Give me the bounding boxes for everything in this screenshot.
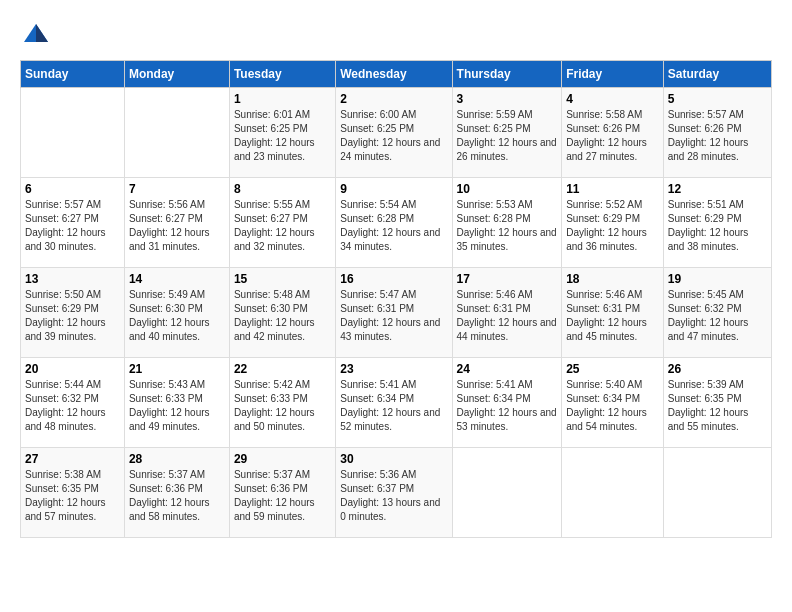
col-header-tuesday: Tuesday bbox=[229, 61, 335, 88]
day-number: 29 bbox=[234, 452, 331, 466]
day-number: 13 bbox=[25, 272, 120, 286]
day-info: Sunrise: 5:37 AMSunset: 6:36 PMDaylight:… bbox=[234, 468, 331, 524]
calendar-cell: 29Sunrise: 5:37 AMSunset: 6:36 PMDayligh… bbox=[229, 448, 335, 538]
day-info: Sunrise: 6:00 AMSunset: 6:25 PMDaylight:… bbox=[340, 108, 447, 164]
week-row-3: 13Sunrise: 5:50 AMSunset: 6:29 PMDayligh… bbox=[21, 268, 772, 358]
day-info: Sunrise: 5:45 AMSunset: 6:32 PMDaylight:… bbox=[668, 288, 767, 344]
day-number: 1 bbox=[234, 92, 331, 106]
week-row-5: 27Sunrise: 5:38 AMSunset: 6:35 PMDayligh… bbox=[21, 448, 772, 538]
day-number: 5 bbox=[668, 92, 767, 106]
day-info: Sunrise: 5:53 AMSunset: 6:28 PMDaylight:… bbox=[457, 198, 558, 254]
day-info: Sunrise: 5:57 AMSunset: 6:26 PMDaylight:… bbox=[668, 108, 767, 164]
day-info: Sunrise: 5:49 AMSunset: 6:30 PMDaylight:… bbox=[129, 288, 225, 344]
day-number: 12 bbox=[668, 182, 767, 196]
calendar-cell: 21Sunrise: 5:43 AMSunset: 6:33 PMDayligh… bbox=[124, 358, 229, 448]
week-row-4: 20Sunrise: 5:44 AMSunset: 6:32 PMDayligh… bbox=[21, 358, 772, 448]
day-info: Sunrise: 5:46 AMSunset: 6:31 PMDaylight:… bbox=[566, 288, 659, 344]
day-number: 25 bbox=[566, 362, 659, 376]
day-info: Sunrise: 5:42 AMSunset: 6:33 PMDaylight:… bbox=[234, 378, 331, 434]
calendar-cell: 16Sunrise: 5:47 AMSunset: 6:31 PMDayligh… bbox=[336, 268, 452, 358]
col-header-thursday: Thursday bbox=[452, 61, 562, 88]
day-info: Sunrise: 5:40 AMSunset: 6:34 PMDaylight:… bbox=[566, 378, 659, 434]
day-number: 27 bbox=[25, 452, 120, 466]
day-number: 23 bbox=[340, 362, 447, 376]
col-header-friday: Friday bbox=[562, 61, 664, 88]
day-info: Sunrise: 5:43 AMSunset: 6:33 PMDaylight:… bbox=[129, 378, 225, 434]
day-info: Sunrise: 5:41 AMSunset: 6:34 PMDaylight:… bbox=[340, 378, 447, 434]
day-info: Sunrise: 5:38 AMSunset: 6:35 PMDaylight:… bbox=[25, 468, 120, 524]
day-number: 22 bbox=[234, 362, 331, 376]
calendar-cell: 10Sunrise: 5:53 AMSunset: 6:28 PMDayligh… bbox=[452, 178, 562, 268]
day-info: Sunrise: 5:55 AMSunset: 6:27 PMDaylight:… bbox=[234, 198, 331, 254]
day-number: 24 bbox=[457, 362, 558, 376]
calendar-cell: 15Sunrise: 5:48 AMSunset: 6:30 PMDayligh… bbox=[229, 268, 335, 358]
week-row-2: 6Sunrise: 5:57 AMSunset: 6:27 PMDaylight… bbox=[21, 178, 772, 268]
day-number: 28 bbox=[129, 452, 225, 466]
day-number: 3 bbox=[457, 92, 558, 106]
calendar-cell: 11Sunrise: 5:52 AMSunset: 6:29 PMDayligh… bbox=[562, 178, 664, 268]
calendar-cell: 23Sunrise: 5:41 AMSunset: 6:34 PMDayligh… bbox=[336, 358, 452, 448]
day-number: 14 bbox=[129, 272, 225, 286]
calendar-cell: 4Sunrise: 5:58 AMSunset: 6:26 PMDaylight… bbox=[562, 88, 664, 178]
day-info: Sunrise: 5:50 AMSunset: 6:29 PMDaylight:… bbox=[25, 288, 120, 344]
logo bbox=[20, 20, 50, 50]
calendar-cell: 26Sunrise: 5:39 AMSunset: 6:35 PMDayligh… bbox=[663, 358, 771, 448]
calendar-cell: 28Sunrise: 5:37 AMSunset: 6:36 PMDayligh… bbox=[124, 448, 229, 538]
calendar-cell bbox=[663, 448, 771, 538]
day-number: 4 bbox=[566, 92, 659, 106]
day-number: 17 bbox=[457, 272, 558, 286]
day-info: Sunrise: 5:59 AMSunset: 6:25 PMDaylight:… bbox=[457, 108, 558, 164]
day-number: 20 bbox=[25, 362, 120, 376]
calendar-cell: 12Sunrise: 5:51 AMSunset: 6:29 PMDayligh… bbox=[663, 178, 771, 268]
col-header-wednesday: Wednesday bbox=[336, 61, 452, 88]
day-number: 15 bbox=[234, 272, 331, 286]
calendar-cell: 18Sunrise: 5:46 AMSunset: 6:31 PMDayligh… bbox=[562, 268, 664, 358]
day-number: 6 bbox=[25, 182, 120, 196]
calendar-cell: 14Sunrise: 5:49 AMSunset: 6:30 PMDayligh… bbox=[124, 268, 229, 358]
day-info: Sunrise: 5:46 AMSunset: 6:31 PMDaylight:… bbox=[457, 288, 558, 344]
day-number: 10 bbox=[457, 182, 558, 196]
calendar-cell: 3Sunrise: 5:59 AMSunset: 6:25 PMDaylight… bbox=[452, 88, 562, 178]
calendar-cell: 27Sunrise: 5:38 AMSunset: 6:35 PMDayligh… bbox=[21, 448, 125, 538]
calendar-cell: 5Sunrise: 5:57 AMSunset: 6:26 PMDaylight… bbox=[663, 88, 771, 178]
day-info: Sunrise: 5:57 AMSunset: 6:27 PMDaylight:… bbox=[25, 198, 120, 254]
day-info: Sunrise: 5:48 AMSunset: 6:30 PMDaylight:… bbox=[234, 288, 331, 344]
calendar-cell: 1Sunrise: 6:01 AMSunset: 6:25 PMDaylight… bbox=[229, 88, 335, 178]
calendar-cell: 19Sunrise: 5:45 AMSunset: 6:32 PMDayligh… bbox=[663, 268, 771, 358]
day-info: Sunrise: 5:39 AMSunset: 6:35 PMDaylight:… bbox=[668, 378, 767, 434]
day-number: 16 bbox=[340, 272, 447, 286]
day-info: Sunrise: 5:52 AMSunset: 6:29 PMDaylight:… bbox=[566, 198, 659, 254]
day-info: Sunrise: 5:37 AMSunset: 6:36 PMDaylight:… bbox=[129, 468, 225, 524]
day-number: 2 bbox=[340, 92, 447, 106]
calendar-cell bbox=[452, 448, 562, 538]
day-number: 19 bbox=[668, 272, 767, 286]
day-info: Sunrise: 6:01 AMSunset: 6:25 PMDaylight:… bbox=[234, 108, 331, 164]
calendar-cell: 6Sunrise: 5:57 AMSunset: 6:27 PMDaylight… bbox=[21, 178, 125, 268]
calendar-header: SundayMondayTuesdayWednesdayThursdayFrid… bbox=[21, 61, 772, 88]
day-number: 21 bbox=[129, 362, 225, 376]
day-info: Sunrise: 5:56 AMSunset: 6:27 PMDaylight:… bbox=[129, 198, 225, 254]
calendar-cell: 17Sunrise: 5:46 AMSunset: 6:31 PMDayligh… bbox=[452, 268, 562, 358]
day-info: Sunrise: 5:47 AMSunset: 6:31 PMDaylight:… bbox=[340, 288, 447, 344]
calendar-cell bbox=[124, 88, 229, 178]
calendar-cell bbox=[562, 448, 664, 538]
calendar-cell: 25Sunrise: 5:40 AMSunset: 6:34 PMDayligh… bbox=[562, 358, 664, 448]
calendar-body: 1Sunrise: 6:01 AMSunset: 6:25 PMDaylight… bbox=[21, 88, 772, 538]
day-info: Sunrise: 5:54 AMSunset: 6:28 PMDaylight:… bbox=[340, 198, 447, 254]
col-header-sunday: Sunday bbox=[21, 61, 125, 88]
col-header-monday: Monday bbox=[124, 61, 229, 88]
week-row-1: 1Sunrise: 6:01 AMSunset: 6:25 PMDaylight… bbox=[21, 88, 772, 178]
day-info: Sunrise: 5:58 AMSunset: 6:26 PMDaylight:… bbox=[566, 108, 659, 164]
calendar-cell: 30Sunrise: 5:36 AMSunset: 6:37 PMDayligh… bbox=[336, 448, 452, 538]
day-number: 18 bbox=[566, 272, 659, 286]
day-number: 11 bbox=[566, 182, 659, 196]
day-info: Sunrise: 5:36 AMSunset: 6:37 PMDaylight:… bbox=[340, 468, 447, 524]
day-number: 26 bbox=[668, 362, 767, 376]
calendar-table: SundayMondayTuesdayWednesdayThursdayFrid… bbox=[20, 60, 772, 538]
calendar-cell: 24Sunrise: 5:41 AMSunset: 6:34 PMDayligh… bbox=[452, 358, 562, 448]
calendar-cell: 2Sunrise: 6:00 AMSunset: 6:25 PMDaylight… bbox=[336, 88, 452, 178]
day-number: 30 bbox=[340, 452, 447, 466]
calendar-cell: 9Sunrise: 5:54 AMSunset: 6:28 PMDaylight… bbox=[336, 178, 452, 268]
calendar-cell: 7Sunrise: 5:56 AMSunset: 6:27 PMDaylight… bbox=[124, 178, 229, 268]
calendar-cell: 13Sunrise: 5:50 AMSunset: 6:29 PMDayligh… bbox=[21, 268, 125, 358]
